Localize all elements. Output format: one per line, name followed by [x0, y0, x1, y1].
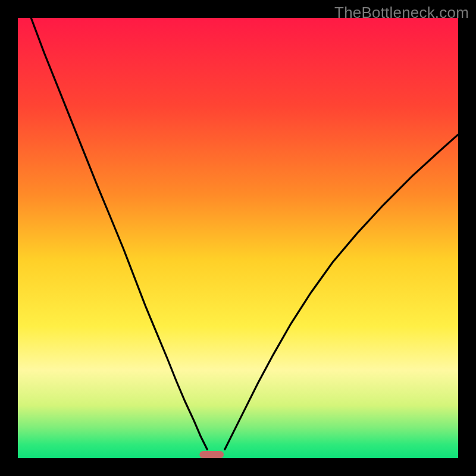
- chart-frame: TheBottleneck.com: [0, 0, 476, 476]
- gradient-background: [18, 18, 458, 458]
- bottleneck-marker: [199, 451, 224, 458]
- plot-area: [18, 18, 458, 458]
- watermark-text: TheBottleneck.com: [334, 4, 469, 22]
- chart-svg: [18, 18, 458, 458]
